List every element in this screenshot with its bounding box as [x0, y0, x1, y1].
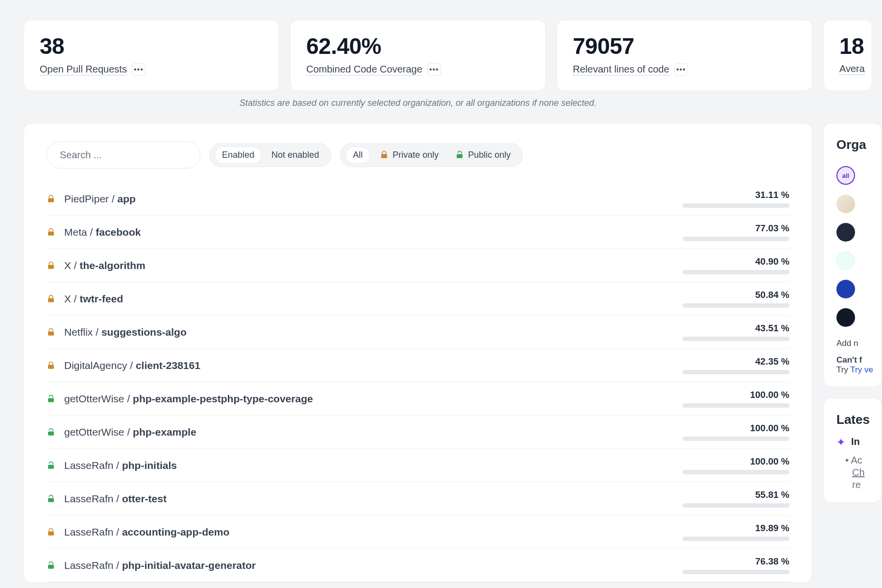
coverage-percent: 55.81 %	[755, 490, 789, 500]
stat-more-button[interactable]: •••	[427, 63, 441, 76]
org-item[interactable]	[836, 246, 882, 275]
repo-name: LasseRafn / php-initials	[64, 460, 672, 471]
sparkle-icon: ✦	[836, 436, 845, 449]
search-input[interactable]	[47, 141, 200, 169]
repo-name: X / twtr-feed	[64, 293, 672, 305]
repo-row[interactable]: X / the-algorithm 40.90 %	[47, 249, 789, 282]
stat-more-button[interactable]: •••	[132, 63, 146, 76]
verify-link[interactable]: Try ve	[850, 365, 873, 374]
lock-closed-icon	[47, 528, 60, 537]
repo-row[interactable]: PiedPiper / app 31.11 %	[47, 182, 789, 216]
lock-closed-icon	[47, 261, 60, 270]
repo-row[interactable]: LasseRafn / php-initial-avatar-generator…	[47, 549, 789, 582]
latest-bullet: re	[852, 479, 882, 490]
coverage-block: 100.00 %	[672, 423, 789, 441]
latest-bullet: Ch	[852, 467, 882, 478]
repo-row[interactable]: X / twtr-feed 50.84 %	[47, 282, 789, 316]
repo-name: LasseRafn / php-initial-avatar-generator	[64, 560, 672, 571]
add-org-link[interactable]: Add n	[836, 339, 882, 348]
svg-rect-8	[48, 398, 54, 402]
lock-open-icon	[47, 494, 60, 503]
lock-open-icon	[47, 428, 60, 437]
repo-row[interactable]: Meta / facebook 77.03 %	[47, 216, 789, 249]
repo-row[interactable]: LasseRafn / otter-test 55.81 %	[47, 482, 789, 515]
repo-row[interactable]: Netflix / suggestions-algo 43.51 %	[47, 316, 789, 349]
org-avatar-icon	[836, 251, 855, 270]
repo-name: Meta / facebook	[64, 226, 672, 238]
coverage-bar-track	[683, 203, 789, 208]
repo-name: getOtterWise / php-example-pestphp-type-…	[64, 393, 672, 405]
coverage-percent: 100.00 %	[750, 456, 789, 467]
visibility-filter-group: All Private only Public only	[340, 143, 523, 167]
coverage-block: 40.90 %	[672, 256, 789, 274]
lock-closed-icon	[47, 328, 60, 337]
svg-rect-11	[48, 498, 54, 502]
svg-rect-12	[48, 531, 54, 535]
stat-label: Avera	[839, 63, 865, 75]
stats-caption: Statistics are based on currently select…	[24, 98, 812, 108]
repo-name: LasseRafn / otter-test	[64, 493, 672, 505]
svg-rect-3	[48, 231, 54, 235]
filter-not-enabled[interactable]: Not enabled	[265, 147, 326, 163]
lock-closed-icon	[47, 294, 60, 303]
org-all[interactable]: all	[836, 161, 882, 190]
org-list-title: Orga	[836, 137, 882, 152]
stat-card: 38 Open Pull Requests •••	[24, 20, 279, 91]
coverage-bar-track	[683, 337, 789, 341]
org-avatar-icon	[836, 308, 855, 327]
repo-row[interactable]: DigitalAgency / client-238161 42.35 %	[47, 349, 789, 382]
org-avatar-icon	[836, 223, 855, 242]
coverage-bar-track	[683, 570, 789, 574]
filter-row: Enabled Not enabled All Private only Pub…	[47, 141, 789, 169]
stat-value: 18	[839, 33, 872, 59]
stat-value: 38	[40, 33, 263, 59]
svg-rect-13	[48, 564, 54, 568]
filter-public-only[interactable]: Public only	[448, 147, 517, 163]
repo-row[interactable]: LasseRafn / accounting-app-demo 19.89 %	[47, 515, 789, 549]
stat-card: 62.40% Combined Code Coverage •••	[290, 20, 546, 91]
lock-closed-icon	[380, 150, 389, 159]
coverage-percent: 100.00 %	[750, 390, 789, 400]
org-item[interactable]	[836, 218, 882, 246]
filter-enabled[interactable]: Enabled	[215, 147, 262, 164]
repo-name: DigitalAgency / client-238161	[64, 360, 672, 371]
lock-open-icon	[47, 561, 60, 570]
lock-open-icon	[455, 150, 464, 159]
coverage-percent: 77.03 %	[755, 223, 789, 234]
latest-item-title[interactable]: In	[851, 436, 860, 447]
repo-list: PiedPiper / app 31.11 % Meta / facebook …	[47, 182, 789, 582]
org-item[interactable]	[836, 275, 882, 303]
stat-value: 62.40%	[306, 33, 530, 59]
coverage-bar-track	[683, 237, 789, 241]
repo-row[interactable]: getOtterWise / php-example-pestphp-type-…	[47, 382, 789, 416]
stat-value: 79057	[573, 33, 796, 59]
svg-rect-2	[48, 198, 54, 202]
coverage-block: 55.81 %	[672, 490, 789, 508]
repo-row[interactable]: LasseRafn / php-initials 100.00 %	[47, 449, 789, 482]
coverage-block: 76.38 %	[672, 556, 789, 574]
cant-find-text: Can't f	[836, 355, 862, 365]
lock-closed-icon	[47, 228, 60, 237]
repo-name: Netflix / suggestions-algo	[64, 326, 672, 338]
filter-all[interactable]: All	[345, 147, 370, 164]
coverage-percent: 43.51 %	[755, 323, 789, 334]
org-item[interactable]	[836, 190, 882, 218]
coverage-bar-track	[683, 470, 789, 474]
coverage-block: 31.11 %	[672, 190, 789, 208]
coverage-percent: 31.11 %	[755, 190, 789, 200]
lock-closed-icon	[47, 195, 60, 203]
stat-label: Relevant lines of code	[573, 64, 669, 75]
coverage-block: 100.00 %	[672, 456, 789, 474]
lock-open-icon	[47, 394, 60, 403]
coverage-block: 42.35 %	[672, 356, 789, 374]
repo-name: X / the-algorithm	[64, 260, 672, 271]
filter-private-only[interactable]: Private only	[373, 147, 445, 163]
svg-rect-10	[48, 465, 54, 468]
coverage-bar-track	[683, 370, 789, 374]
repo-row[interactable]: getOtterWise / php-example 100.00 %	[47, 416, 789, 449]
coverage-percent: 100.00 %	[750, 423, 789, 434]
org-avatar-icon	[836, 280, 855, 298]
org-item[interactable]	[836, 303, 882, 332]
stat-more-button[interactable]: •••	[674, 63, 688, 76]
stat-card: 79057 Relevant lines of code •••	[557, 20, 812, 91]
